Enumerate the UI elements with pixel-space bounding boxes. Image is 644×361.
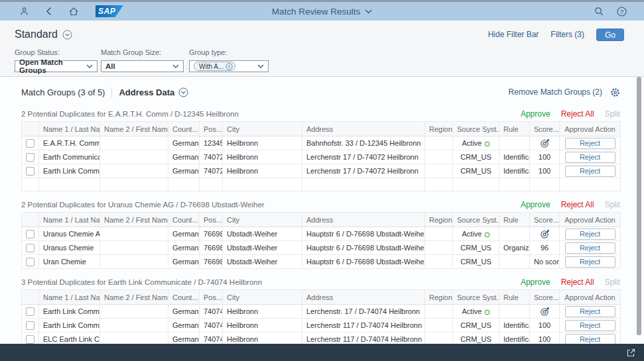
separator [111,87,112,97]
remove-match-groups-link[interactable]: Remove Match Groups (2) [509,87,602,97]
reject-all-link[interactable]: Reject All [561,109,594,119]
row-checkbox[interactable] [26,335,34,344]
row-checkbox[interactable] [26,244,34,252]
column-header-city[interactable]: City [223,213,302,227]
column-header-rule[interactable]: Rule [499,122,530,136]
cell-rule [499,305,530,319]
approve-link[interactable]: Approve [521,200,550,209]
column-header-name1[interactable]: Name 1 / Last Name [39,122,100,136]
column-header-select [22,290,39,305]
split-link[interactable]: Split [605,200,620,209]
search-icon[interactable] [594,7,604,16]
column-header-region[interactable]: Region [425,122,453,136]
row-checkbox[interactable] [26,153,34,162]
approve-link[interactable]: Approve [521,278,550,287]
column-header-score[interactable]: Score... [530,122,560,136]
filters-link[interactable]: Filters (3) [550,30,584,39]
cell-score [530,227,560,241]
column-header-source[interactable]: Source Syst... [453,122,499,136]
filter-field-select[interactable]: With A... [189,60,269,72]
approve-link[interactable]: Approve [521,109,550,119]
cell-country [168,178,200,191]
reject-button[interactable]: Reject [565,152,615,163]
back-icon[interactable] [46,7,52,16]
match-group: 2 Potential Duplicates for E.A.R.T.H. Co… [21,109,620,191]
reject-button[interactable]: Reject [565,229,615,240]
row-checkbox[interactable] [26,321,34,330]
row-checkbox[interactable] [26,307,34,316]
token-remove-icon[interactable] [225,63,233,70]
row-checkbox[interactable] [26,258,34,266]
reject-button[interactable]: Reject [565,320,615,331]
column-header-name1[interactable]: Name 1 / Last Name [39,213,100,227]
cell-name2 [100,150,168,164]
column-header-rule[interactable]: Rule [499,213,530,227]
column-header-name2[interactable]: Name 2 / First Name [100,290,168,305]
cell-score: 96 [530,241,560,255]
home-icon[interactable] [69,7,78,16]
column-header-action[interactable]: Approval Action [560,213,621,227]
cell-address: Bahnhofstr. 33 / D-12345 Heilbronn [302,136,425,150]
hide-filter-bar-link[interactable]: Hide Filter Bar [488,30,539,39]
column-header-postal[interactable]: Pos... [200,122,223,136]
reject-button[interactable]: Reject [565,166,615,177]
reject-button[interactable]: Reject [565,334,615,345]
column-header-address[interactable]: Address [302,290,425,305]
help-icon[interactable]: ? [617,7,627,17]
match-group-header: 2 Potential Duplicates for Uranus Chemie… [21,199,620,210]
column-header-postal[interactable]: Pos... [200,213,223,227]
cell-city: Heilbronn [223,164,302,178]
reject-all-link[interactable]: Reject All [561,200,594,209]
column-header-source[interactable]: Source Syst... [453,213,499,227]
cell-postal: 76698 [200,241,223,255]
variant-selector[interactable]: Standard [15,28,72,40]
vertical-scrollbar[interactable] [637,77,641,335]
column-header-score[interactable]: Score... [530,213,560,227]
column-header-select [22,213,39,227]
column-header-country[interactable]: Count... [168,122,200,136]
view-selector[interactable]: Address Data [119,87,188,97]
column-header-address[interactable]: Address [302,122,425,136]
filter-field-select[interactable]: Open Match Groups [15,60,97,72]
column-header-action[interactable]: Approval Action [560,122,621,136]
user-icon[interactable] [20,7,29,16]
column-header-region[interactable]: Region [425,213,453,227]
reject-button[interactable]: Reject [565,306,615,317]
row-checkbox[interactable] [26,230,34,238]
cell-region [425,136,453,150]
split-link[interactable]: Split [605,109,620,119]
column-header-region[interactable]: Region [425,290,453,305]
row-checkbox[interactable] [26,167,34,176]
column-header-action[interactable]: Approval Action [560,290,621,305]
settings-gear-icon[interactable] [610,87,620,97]
column-header-rule[interactable]: Rule [499,290,530,305]
reject-all-link[interactable]: Reject All [561,278,594,287]
column-header-score[interactable]: Score... [530,290,560,305]
column-header-source[interactable]: Source Syst... [453,290,499,305]
column-header-country[interactable]: Count... [168,290,200,305]
duplicates-table: Name 1 / Last NameName 2 / First NameCou… [21,121,621,191]
column-header-name2[interactable]: Name 2 / First Name [100,122,168,136]
column-header-country[interactable]: Count... [168,213,200,227]
column-header-name2[interactable]: Name 2 / First Name [100,213,168,227]
column-header-postal[interactable]: Pos... [200,290,223,305]
cell-cb [22,319,39,333]
go-button[interactable]: Go [596,28,624,41]
filter-field-select[interactable]: All [101,60,184,72]
column-header-name1[interactable]: Name 1 / Last Name [39,290,100,305]
column-header-city[interactable]: City [223,122,302,136]
column-header-city[interactable]: City [223,290,302,305]
cell-region [425,164,453,178]
split-link[interactable]: Split [605,278,620,287]
cell-name2 [100,305,168,319]
app-title-menu[interactable]: Match Review Results [272,7,373,17]
reject-button[interactable]: Reject [565,242,615,254]
open-new-window-icon[interactable] [627,348,635,357]
row-checkbox[interactable] [26,139,34,148]
reject-button[interactable]: Reject [565,256,615,268]
reject-button[interactable]: Reject [565,138,615,149]
column-header-address[interactable]: Address [302,213,425,227]
cell-name2 [100,178,168,191]
cell-address: Hauptstr 6 / D-76698 Ubstadt-Weiher [302,227,425,241]
cell-score [530,305,560,319]
